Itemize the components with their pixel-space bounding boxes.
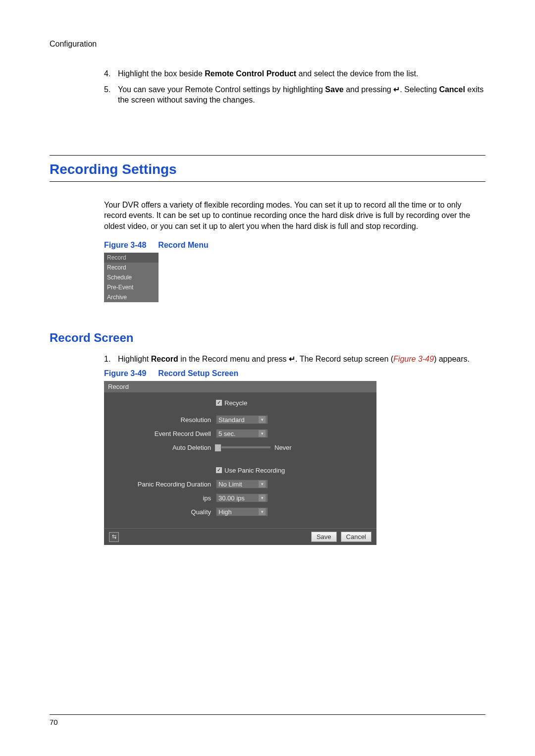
quality-value: High <box>218 508 232 516</box>
step-4-num: 4. <box>104 68 118 79</box>
auto-deletion-never: Never <box>274 444 292 451</box>
chevron-down-icon: ▾ <box>259 494 266 501</box>
quality-label: Quality <box>112 508 216 516</box>
event-dwell-label: Event Record Dwell <box>112 430 216 437</box>
layout-icon[interactable]: ⇆ <box>109 532 119 542</box>
step-5-num: 5. <box>104 84 118 106</box>
figure-49-title: Record Setup Screen <box>158 369 238 378</box>
event-dwell-value: 5 sec. <box>218 430 236 437</box>
auto-deletion-label: Auto Deletion <box>112 444 216 451</box>
panic-duration-label: Panic Recording Duration <box>112 481 216 488</box>
auto-deletion-slider[interactable] <box>216 446 270 448</box>
setup-title: Record <box>104 381 376 392</box>
use-panic-label: Use Panic Recording <box>224 467 285 474</box>
checkmark-icon: ✓ <box>216 400 222 406</box>
ips-label: ips <box>112 494 216 502</box>
record-menu-item-archive[interactable]: Archive <box>104 292 159 302</box>
step-5-pre: You can save your Remote Control setting… <box>118 85 325 94</box>
rs-step1-num: 1. <box>104 354 118 365</box>
record-menu-item-preevent[interactable]: Pre-Event <box>104 282 159 292</box>
recycle-label: Recycle <box>224 399 247 407</box>
use-panic-checkbox[interactable]: ✓ Use Panic Recording <box>216 467 285 474</box>
rs-step1-post: ) appears. <box>434 355 470 363</box>
panic-duration-value: No Limit <box>218 481 242 488</box>
record-menu-title: Record <box>104 253 159 263</box>
step-5-bold2: Cancel <box>439 85 465 94</box>
figure-48-caption: Figure 3-48Record Menu <box>104 241 485 250</box>
cancel-button[interactable]: Cancel <box>341 532 372 542</box>
intro-paragraph: Your DVR offers a variety of flexible re… <box>104 200 485 232</box>
page-footer: 70 <box>50 710 485 726</box>
step-4: 4. Highlight the box beside Remote Contr… <box>104 68 485 106</box>
event-dwell-dropdown[interactable]: 5 sec. ▾ <box>216 429 268 438</box>
enter-icon: ↵ <box>289 355 295 363</box>
figure-49-caption: Figure 3-49Record Setup Screen <box>104 369 485 378</box>
rs-step1-bold: Record <box>151 355 178 363</box>
rs-step1-text: Highlight Record in the Record menu and … <box>118 354 485 365</box>
subsection-title: Record Screen <box>50 331 485 345</box>
record-setup-screen: Record ✓ Recycle Resolution Standard ▾ E… <box>104 381 376 545</box>
resolution-label: Resolution <box>112 416 216 424</box>
figure-49-label: Figure 3-49 <box>104 369 146 378</box>
record-menu: Record Record Schedule Pre-Event Archive <box>104 253 159 302</box>
chevron-down-icon: ▾ <box>259 430 266 437</box>
save-button[interactable]: Save <box>311 532 337 542</box>
ips-dropdown[interactable]: 30.00 ips ▾ <box>216 493 268 502</box>
step-4-text: Highlight the box beside Remote Control … <box>118 68 485 79</box>
recycle-checkbox[interactable]: ✓ Recycle <box>216 399 247 407</box>
ips-value: 30.00 ips <box>218 494 245 502</box>
step-4-bold: Remote Control Product <box>205 69 296 78</box>
record-menu-item-schedule[interactable]: Schedule <box>104 272 159 282</box>
enter-icon: ↵ <box>393 85 400 94</box>
step-5-bold1: Save <box>325 85 343 94</box>
chevron-down-icon: ▾ <box>259 508 266 515</box>
rs-step1-figref: Figure 3-49 <box>393 355 434 363</box>
slider-knob[interactable] <box>214 444 221 452</box>
step-5-text: You can save your Remote Control setting… <box>118 84 485 106</box>
resolution-dropdown[interactable]: Standard ▾ <box>216 415 268 424</box>
rs-step1-pre: Highlight <box>118 355 151 363</box>
rs-step1-mid: in the Record menu and press <box>178 355 289 363</box>
step-5-mid1: and pressing <box>344 85 394 94</box>
step-4-pre: Highlight the box beside <box>118 69 205 78</box>
record-menu-item-record[interactable]: Record <box>104 263 159 272</box>
footer-rule <box>50 714 485 715</box>
breadcrumb: Configuration <box>50 40 485 49</box>
panic-duration-dropdown[interactable]: No Limit ▾ <box>216 480 268 488</box>
chevron-down-icon: ▾ <box>259 481 266 487</box>
step-5-mid2: . Selecting <box>400 85 439 94</box>
chevron-down-icon: ▾ <box>259 416 266 423</box>
page-number: 70 <box>50 718 485 726</box>
figure-48-title: Record Menu <box>158 241 208 249</box>
section-rule-top <box>50 155 485 156</box>
section-title: Recording Settings <box>50 162 485 177</box>
quality-dropdown[interactable]: High ▾ <box>216 507 268 516</box>
record-screen-step-1: 1. Highlight Record in the Record menu a… <box>104 354 485 365</box>
resolution-value: Standard <box>218 416 245 424</box>
figure-48-label: Figure 3-48 <box>104 241 146 249</box>
rs-step1-mid2: . The Record setup screen ( <box>295 355 393 363</box>
checkmark-icon: ✓ <box>216 467 222 473</box>
step-4-post: and select the device from the list. <box>296 69 418 78</box>
